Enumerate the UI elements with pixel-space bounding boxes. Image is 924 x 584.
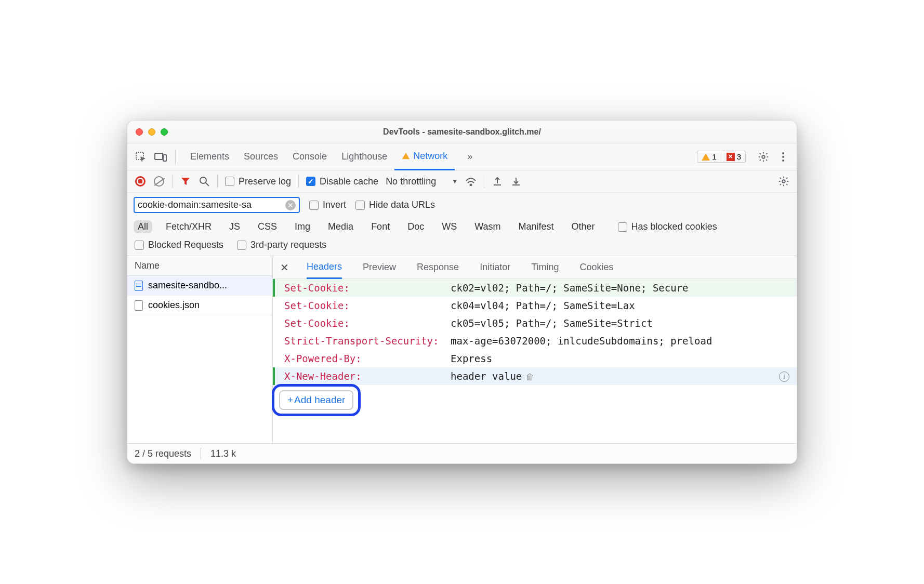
detail-tab-initiator[interactable]: Initiator (480, 256, 510, 279)
header-value[interactable]: header value🗑 (451, 370, 560, 382)
type-chip-all[interactable]: All (134, 220, 152, 233)
header-row: Strict-Transport-Security:max-age=630720… (273, 332, 797, 350)
preserve-log-checkbox[interactable]: Preserve log (225, 176, 291, 187)
header-name: Set-Cookie: (284, 282, 451, 294)
detail-tab-timing[interactable]: Timing (531, 256, 559, 279)
detail-tab-response[interactable]: Response (417, 256, 459, 279)
device-mode-icon[interactable] (153, 150, 168, 164)
filter-row: ✕ Invert Hide data URLs (127, 193, 797, 217)
invert-checkbox[interactable]: Invert (309, 200, 346, 210)
checkbox-icon (355, 201, 365, 210)
header-value: ck05=vl05; Path=/; SameSite=Strict (451, 317, 679, 329)
record-button[interactable] (135, 176, 146, 187)
add-header-button[interactable]: +Add header (279, 390, 353, 410)
header-row: Set-Cookie:ck02=vl02; Path=/; SameSite=N… (273, 279, 797, 297)
tab-lighthouse[interactable]: Lighthouse (334, 143, 394, 170)
network-settings-gear-icon[interactable] (778, 176, 789, 187)
import-har-icon[interactable] (510, 176, 522, 187)
request-name: cookies.json (148, 300, 200, 311)
search-icon[interactable] (199, 176, 210, 187)
type-chip-img[interactable]: Img (291, 220, 314, 233)
detail-tab-headers[interactable]: Headers (307, 256, 342, 279)
tab-console[interactable]: Console (285, 143, 334, 170)
header-name: X-Powered-By: (284, 353, 451, 364)
header-name: Set-Cookie: (284, 300, 451, 311)
type-chip-manifest[interactable]: Manifest (514, 220, 558, 233)
close-detail-icon[interactable]: ✕ (280, 261, 292, 274)
tab-network[interactable]: Network (394, 143, 455, 170)
request-name: samesite-sandbo... (148, 280, 227, 291)
header-name: Strict-Transport-Security: (284, 335, 451, 347)
type-chip-doc[interactable]: Doc (403, 220, 428, 233)
type-chip-other[interactable]: Other (567, 220, 599, 233)
svg-point-9 (470, 184, 472, 186)
detail-tab-preview[interactable]: Preview (363, 256, 396, 279)
header-row[interactable]: X-New-Header:header value🗑i (273, 367, 797, 385)
file-icon (135, 300, 143, 311)
error-icon: ✕ (727, 153, 735, 161)
detail-tabs: ✕ HeadersPreviewResponseInitiatorTimingC… (273, 256, 797, 279)
blocked-requests-checkbox[interactable]: Blocked Requests (135, 240, 223, 250)
delete-header-icon[interactable]: 🗑 (526, 372, 534, 382)
type-chip-font[interactable]: Font (367, 220, 394, 233)
settings-gear-icon[interactable] (756, 150, 771, 164)
header-value: ck02=vl02; Path=/; SameSite=None; Secure (451, 282, 715, 294)
detail-tab-cookies[interactable]: Cookies (580, 256, 614, 279)
export-har-icon[interactable] (492, 176, 503, 187)
throttling-dropdown[interactable]: No throttling ▼ (386, 176, 458, 187)
type-chip-media[interactable]: Media (324, 220, 358, 233)
warning-icon (702, 153, 710, 161)
svg-rect-2 (163, 155, 166, 161)
request-row[interactable]: samesite-sandbo... (127, 276, 272, 296)
status-bar: 2 / 5 requests 11.3 k (127, 443, 797, 463)
header-name: Set-Cookie: (284, 317, 451, 329)
clear-button[interactable] (153, 176, 165, 187)
titlebar: DevTools - samesite-sandbox.glitch.me/ (127, 121, 797, 143)
info-icon[interactable]: i (779, 371, 789, 382)
checkbox-icon (225, 177, 234, 186)
header-row: Set-Cookie:ck04=vl04; Path=/; SameSite=L… (273, 297, 797, 314)
type-chip-fetchxhr[interactable]: Fetch/XHR (162, 220, 216, 233)
tab-elements[interactable]: Elements (183, 143, 236, 170)
filter-input-wrap[interactable]: ✕ (134, 197, 300, 213)
checkbox-icon (618, 222, 627, 232)
inspect-element-icon[interactable] (134, 150, 148, 164)
svg-point-10 (782, 180, 785, 183)
kebab-menu-icon[interactable] (776, 150, 790, 164)
svg-rect-1 (155, 153, 163, 160)
type-chips-row: AllFetch/XHRJSCSSImgMediaFontDocWSWasmMa… (127, 217, 797, 236)
error-count[interactable]: ✕ 3 (722, 151, 745, 162)
clear-filter-icon[interactable]: ✕ (285, 200, 296, 210)
tab-sources[interactable]: Sources (236, 143, 285, 170)
warning-count[interactable]: 1 (697, 151, 721, 162)
disable-cache-checkbox[interactable]: ✓ Disable cache (306, 176, 378, 187)
network-conditions-icon[interactable] (465, 176, 477, 187)
chevron-down-icon: ▼ (452, 178, 458, 185)
network-toolbar: Preserve log ✓ Disable cache No throttli… (127, 170, 797, 193)
header-row: Set-Cookie:ck05=vl05; Path=/; SameSite=S… (273, 314, 797, 332)
issue-counts[interactable]: 1 ✕ 3 (697, 151, 746, 163)
type-chip-ws[interactable]: WS (438, 220, 461, 233)
svg-point-6 (782, 160, 784, 162)
transferred-size: 11.3 k (210, 448, 236, 459)
has-blocked-cookies-checkbox[interactable]: Has blocked cookies (618, 221, 717, 232)
filter-icon[interactable] (180, 176, 191, 187)
warning-icon (402, 153, 410, 160)
type-chip-css[interactable]: CSS (254, 220, 281, 233)
filter-input[interactable] (138, 200, 285, 210)
hide-data-urls-checkbox[interactable]: Hide data URLs (355, 200, 435, 210)
type-chip-js[interactable]: JS (225, 220, 244, 233)
plus-icon: + (287, 394, 293, 406)
third-party-requests-checkbox[interactable]: 3rd-party requests (237, 240, 326, 250)
header-value: ck04=vl04; Path=/; SameSite=Lax (451, 300, 661, 311)
svg-point-7 (200, 177, 206, 183)
more-tabs-chevron[interactable]: » (460, 143, 480, 170)
header-value: Express (451, 353, 518, 364)
type-chip-wasm[interactable]: Wasm (470, 220, 505, 233)
extra-filters-row: Blocked Requests 3rd-party requests (127, 236, 797, 256)
request-row[interactable]: cookies.json (127, 296, 272, 315)
column-header-name[interactable]: Name (127, 256, 272, 276)
svg-line-8 (206, 183, 209, 186)
checkbox-icon (309, 201, 319, 210)
checkbox-icon (135, 241, 144, 250)
